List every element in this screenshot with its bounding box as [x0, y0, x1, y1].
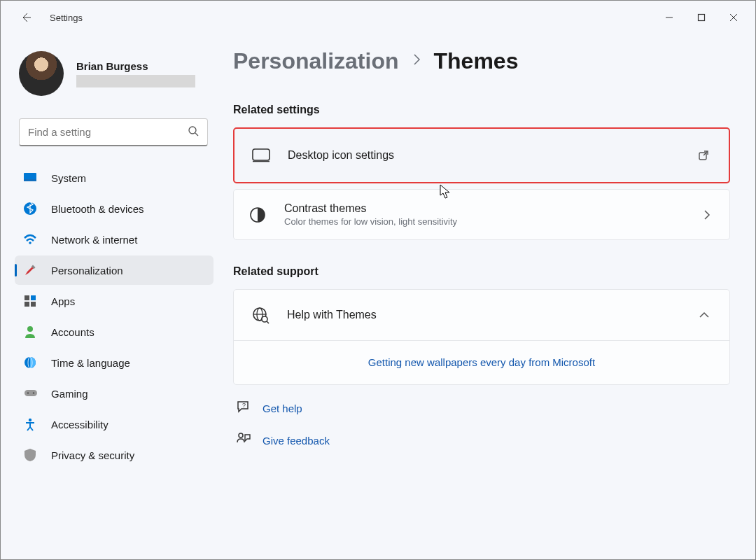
gamepad-icon	[23, 386, 37, 400]
svg-text:?: ?	[242, 402, 246, 409]
nav-item-time[interactable]: Time & language	[15, 348, 214, 377]
section-related-support: Related support	[233, 265, 730, 278]
nav-label: Apps	[51, 295, 75, 307]
give-feedback-link[interactable]: Give feedback	[262, 435, 330, 447]
maximize-button[interactable]	[685, 6, 718, 29]
search-icon	[188, 125, 199, 139]
apps-icon	[23, 294, 37, 308]
get-help-link[interactable]: Get help	[262, 402, 302, 414]
svg-rect-11	[24, 295, 29, 300]
bluetooth-icon	[23, 202, 37, 216]
svg-point-20	[33, 392, 34, 393]
svg-rect-12	[31, 295, 36, 300]
nav-item-personalization[interactable]: Personalization	[15, 255, 214, 285]
card-contrast-themes[interactable]: Contrast themes Color themes for low vis…	[233, 189, 730, 240]
svg-point-29	[262, 316, 267, 322]
card-title: Desktop icon settings	[288, 149, 678, 162]
chevron-up-icon	[696, 307, 713, 323]
nav-item-accessibility[interactable]: Accessibility	[15, 410, 214, 439]
svg-rect-22	[253, 149, 270, 160]
sidebar: Brian Burgess System Bluetooth & devices…	[1, 34, 219, 559]
svg-line-30	[267, 321, 269, 323]
nav-item-system[interactable]: System	[15, 163, 214, 192]
section-related-settings: Related settings	[233, 104, 730, 116]
nav-label: Time & language	[51, 357, 130, 369]
window-title: Settings	[50, 13, 83, 23]
avatar	[19, 51, 64, 96]
nav-label: Network & internet	[51, 234, 137, 246]
nav-label: Personalization	[51, 265, 123, 276]
nav-item-network[interactable]: Network & internet	[15, 225, 214, 254]
system-icon	[23, 171, 37, 185]
card-title: Contrast themes	[284, 202, 682, 215]
breadcrumb-current: Themes	[434, 48, 519, 74]
back-button[interactable]	[15, 6, 37, 29]
svg-rect-7	[24, 179, 36, 181]
nav-label: Bluetooth & devices	[51, 203, 144, 215]
profile-name: Brian Burgess	[76, 60, 209, 72]
close-button[interactable]	[718, 6, 750, 29]
svg-point-9	[29, 241, 31, 244]
svg-rect-13	[24, 302, 29, 307]
svg-point-4	[189, 127, 196, 134]
card-subtitle: Color themes for low vision, light sensi…	[284, 216, 682, 227]
card-desktop-icon-settings[interactable]: Desktop icon settings	[233, 127, 730, 183]
help-chat-icon: ?	[236, 399, 251, 417]
search-input[interactable]	[28, 126, 188, 138]
nav-list: System Bluetooth & devices Network & int…	[15, 163, 214, 470]
svg-point-19	[27, 392, 29, 393]
feedback-icon	[236, 431, 251, 449]
external-link-icon	[695, 147, 712, 164]
feedback-row: Give feedback	[236, 431, 730, 449]
contrast-icon	[248, 205, 267, 225]
globe-search-icon	[251, 305, 270, 325]
nav-item-gaming[interactable]: Gaming	[15, 379, 214, 408]
shield-icon	[23, 448, 37, 462]
profile-block[interactable]: Brian Burgess	[15, 46, 214, 110]
titlebar: Settings	[1, 1, 755, 34]
wallpapers-link[interactable]: Getting new wallpapers every day from Mi…	[368, 356, 595, 368]
nav-label: System	[51, 172, 86, 184]
minimize-button[interactable]	[653, 6, 685, 29]
desktop-icon	[251, 146, 271, 165]
svg-rect-14	[31, 302, 36, 307]
accessibility-icon	[23, 417, 37, 431]
svg-point-15	[27, 326, 33, 332]
nav-item-bluetooth[interactable]: Bluetooth & devices	[15, 194, 214, 223]
clock-globe-icon	[23, 356, 37, 370]
nav-label: Accessibility	[51, 419, 108, 430]
card-help-with-themes: Help with Themes Getting new wallpapers …	[233, 289, 730, 385]
nav-label: Gaming	[51, 388, 88, 400]
get-help-row: ? Get help	[236, 399, 730, 417]
paintbrush-icon	[23, 263, 37, 277]
nav-label: Privacy & security	[51, 449, 134, 461]
svg-rect-1	[699, 15, 705, 21]
person-icon	[23, 325, 37, 339]
wallpapers-link-row: Getting new wallpapers every day from Mi…	[234, 340, 729, 384]
chevron-right-icon	[699, 206, 715, 223]
help-with-themes-toggle[interactable]: Help with Themes	[234, 290, 729, 340]
profile-email-redacted	[76, 75, 195, 88]
window-controls	[653, 6, 750, 29]
svg-line-5	[195, 133, 198, 136]
search-box[interactable]	[19, 118, 208, 146]
svg-point-32	[239, 433, 243, 438]
card-title: Help with Themes	[287, 309, 679, 321]
nav-item-accounts[interactable]: Accounts	[15, 317, 214, 346]
nav-item-apps[interactable]: Apps	[15, 286, 214, 316]
main-pane: Personalization Themes Related settings …	[219, 34, 755, 559]
wifi-icon	[23, 232, 37, 246]
svg-point-21	[29, 419, 31, 421]
nav-label: Accounts	[51, 326, 94, 338]
breadcrumb-parent[interactable]: Personalization	[233, 48, 399, 74]
nav-item-privacy[interactable]: Privacy & security	[15, 440, 214, 470]
chevron-right-icon	[412, 52, 421, 71]
svg-rect-18	[24, 390, 37, 396]
breadcrumb: Personalization Themes	[233, 48, 730, 74]
